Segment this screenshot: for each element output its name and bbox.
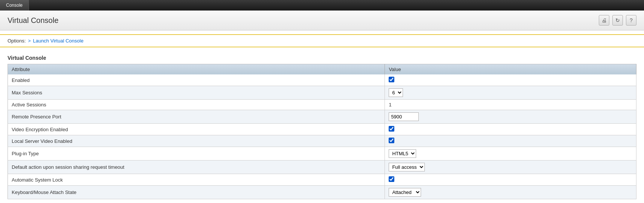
checkbox-input[interactable] <box>389 126 394 132</box>
value-cell <box>385 174 636 186</box>
attribute-cell: Local Server Video Enabled <box>8 135 385 147</box>
options-label: Options: <box>8 38 26 44</box>
value-cell <box>385 124 636 135</box>
value-cell: 1 <box>385 100 636 110</box>
table-row: Default action upon session sharing requ… <box>8 161 636 174</box>
attribute-cell: Max Sessions <box>8 86 385 100</box>
attribute-cell: Video Encryption Enabled <box>8 124 385 135</box>
options-bar: Options: > Launch Virtual Console <box>0 34 644 47</box>
main-content: Virtual Console Attribute Value EnabledM… <box>0 51 644 203</box>
attribute-cell: Remote Presence Port <box>8 110 385 124</box>
value-cell <box>385 110 636 124</box>
help-icon: ? <box>630 17 633 23</box>
attribute-cell: Enabled <box>8 74 385 86</box>
attribute-cell: Active Sessions <box>8 100 385 110</box>
plugin-type-select[interactable]: HTML5Java <box>389 149 416 158</box>
attribute-cell: Default action upon session sharing requ… <box>8 161 385 174</box>
max-sessions-select[interactable]: 12345678 <box>389 88 403 97</box>
attribute-cell: Keyboard/Mouse Attach State <box>8 186 385 199</box>
static-value: 1 <box>389 102 391 108</box>
launch-virtual-console-link[interactable]: Launch Virtual Console <box>33 38 83 44</box>
col-attribute-header: Attribute <box>8 64 385 75</box>
attach-state-select[interactable]: AttachedDetached <box>389 188 421 197</box>
checkbox-input[interactable] <box>389 77 394 82</box>
table-row: Enabled <box>8 74 636 86</box>
value-cell: HTML5Java <box>385 147 636 161</box>
checkbox-input[interactable] <box>389 176 394 182</box>
port-input[interactable] <box>389 112 419 121</box>
page-title: Virtual Console <box>8 16 58 25</box>
table-row: Automatic System Lock <box>8 174 636 186</box>
table-row: Active Sessions1 <box>8 100 636 110</box>
refresh-button[interactable]: ↻ <box>612 15 623 26</box>
settings-table: Attribute Value EnabledMax Sessions12345… <box>8 64 636 199</box>
console-tab-label: Console <box>6 3 23 8</box>
options-arrow: > <box>28 38 31 44</box>
help-button[interactable]: ? <box>626 15 636 26</box>
print-icon: 🖨 <box>601 17 607 23</box>
page-header: Virtual Console 🖨 ↻ ? <box>0 11 644 30</box>
print-button[interactable]: 🖨 <box>599 15 609 26</box>
checkbox-input[interactable] <box>389 138 394 143</box>
value-cell <box>385 135 636 147</box>
section-title: Virtual Console <box>8 55 636 61</box>
value-cell: 12345678 <box>385 86 636 100</box>
value-cell: Full accessRead-onlyDeny <box>385 161 636 174</box>
table-row: Remote Presence Port <box>8 110 636 124</box>
table-row: Video Encryption Enabled <box>8 124 636 135</box>
table-row: Local Server Video Enabled <box>8 135 636 147</box>
value-cell: AttachedDetached <box>385 186 636 199</box>
console-tab[interactable]: Console <box>0 0 29 11</box>
table-row: Keyboard/Mouse Attach StateAttachedDetac… <box>8 186 636 199</box>
top-nav-bar: Console <box>0 0 644 11</box>
header-icons: 🖨 ↻ ? <box>599 15 636 26</box>
table-header-row: Attribute Value <box>8 64 636 75</box>
col-value-header: Value <box>385 64 636 75</box>
timeout-action-select[interactable]: Full accessRead-onlyDeny <box>389 163 425 171</box>
refresh-icon: ↻ <box>615 17 620 23</box>
attribute-cell: Automatic System Lock <box>8 174 385 186</box>
table-row: Plug-in TypeHTML5Java <box>8 147 636 161</box>
table-row: Max Sessions12345678 <box>8 86 636 100</box>
attribute-cell: Plug-in Type <box>8 147 385 161</box>
value-cell <box>385 74 636 86</box>
